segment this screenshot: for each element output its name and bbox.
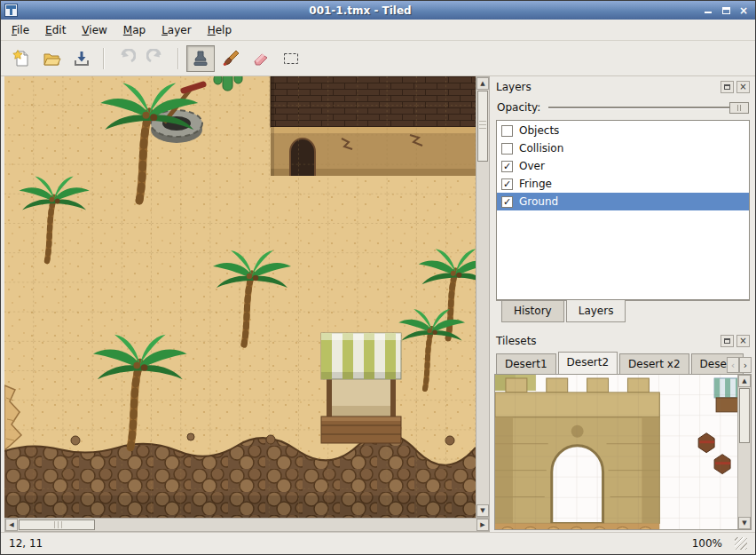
dock-close-button[interactable]: × bbox=[736, 335, 750, 347]
tile-grid bbox=[4, 76, 476, 518]
menu-view[interactable]: View bbox=[74, 20, 114, 40]
layer-row[interactable]: Objects bbox=[497, 122, 749, 139]
cursor-coordinates: 12, 11 bbox=[9, 537, 43, 550]
main-area: ▲ ▼ ◀ ▶ Layers × bbox=[1, 76, 755, 532]
scroll-up-arrow[interactable]: ▲ bbox=[738, 375, 751, 387]
menu-help[interactable]: Help bbox=[200, 20, 240, 40]
close-button[interactable]: × bbox=[736, 4, 752, 18]
undo-arrow-icon bbox=[116, 49, 136, 68]
tab-scroll-next[interactable]: › bbox=[739, 357, 752, 373]
layer-visibility-checkbox[interactable]: ✓ bbox=[501, 161, 513, 172]
open-map-button[interactable] bbox=[37, 45, 66, 72]
maximize-button[interactable] bbox=[718, 4, 734, 18]
dock-float-button[interactable] bbox=[721, 81, 734, 93]
layer-list: Objects Collision ✓ Over ✓ Fringe bbox=[496, 120, 750, 300]
redo-button[interactable] bbox=[142, 45, 170, 72]
app-icon bbox=[4, 4, 18, 17]
tab-desert2[interactable]: Desert2 bbox=[558, 352, 618, 374]
tab-desert-x2[interactable]: Desert x2 bbox=[619, 353, 689, 374]
dock-close-button[interactable]: × bbox=[736, 81, 750, 93]
eraser-icon bbox=[251, 49, 271, 68]
slider-handle[interactable] bbox=[729, 102, 749, 114]
map-view: ▲ ▼ ◀ ▶ bbox=[1, 76, 490, 532]
scroll-track[interactable] bbox=[96, 519, 476, 531]
undo-button[interactable] bbox=[112, 45, 140, 72]
new-map-button[interactable] bbox=[7, 45, 35, 72]
layers-dock-header[interactable]: Layers × bbox=[494, 78, 752, 96]
menu-layer[interactable]: Layer bbox=[154, 20, 199, 40]
slider-track[interactable] bbox=[548, 107, 749, 109]
tab-scroll-prev[interactable]: ‹ bbox=[727, 357, 739, 373]
layer-row[interactable]: ✓ Fringe bbox=[497, 175, 749, 193]
layer-label: Over bbox=[519, 160, 545, 172]
layer-label: Ground bbox=[519, 195, 558, 208]
scroll-right-arrow[interactable]: ▶ bbox=[476, 519, 489, 531]
layer-label: Objects bbox=[519, 124, 559, 137]
float-icon bbox=[724, 84, 730, 90]
tileset-vertical-scrollbar[interactable]: ▲ ▼ bbox=[737, 375, 751, 529]
tileset-image[interactable] bbox=[495, 375, 737, 529]
layer-visibility-checkbox[interactable]: ✓ bbox=[501, 178, 513, 190]
tab-desert1[interactable]: Desert1 bbox=[496, 353, 556, 374]
menu-file[interactable]: File bbox=[4, 20, 37, 40]
minimize-icon bbox=[705, 7, 712, 13]
tab-layers[interactable]: Layers bbox=[566, 300, 626, 322]
app-window: 001-1.tmx - Tiled × File Edit View Map L… bbox=[0, 0, 756, 555]
layer-visibility-checkbox[interactable] bbox=[501, 143, 513, 155]
vertical-scroll-thumb[interactable] bbox=[739, 388, 750, 443]
layers-dock-title: Layers bbox=[496, 81, 718, 93]
tileset-tab-bar: Desert1 Desert2 Desert x2 Desert ‹ › bbox=[494, 350, 752, 374]
resize-grip[interactable] bbox=[735, 537, 747, 550]
opacity-label: Opacity: bbox=[497, 101, 540, 114]
float-icon bbox=[724, 338, 730, 344]
zoom-level: 100% bbox=[692, 537, 735, 550]
stamp-icon bbox=[191, 49, 210, 68]
map-horizontal-scrollbar[interactable]: ◀ ▶ bbox=[4, 518, 490, 532]
toolbar-separator bbox=[103, 48, 105, 69]
layer-visibility-checkbox[interactable] bbox=[501, 125, 513, 137]
eraser-button[interactable] bbox=[247, 45, 275, 72]
save-icon bbox=[72, 49, 91, 68]
scroll-up-arrow[interactable]: ▲ bbox=[476, 77, 489, 90]
vertical-scroll-thumb[interactable] bbox=[477, 91, 488, 162]
opacity-slider[interactable] bbox=[548, 100, 749, 115]
scroll-track[interactable] bbox=[476, 163, 489, 504]
scroll-down-arrow[interactable]: ▼ bbox=[738, 517, 751, 529]
dock-panel: Layers × Opacity: Objects bbox=[494, 76, 755, 532]
stamp-brush-button[interactable] bbox=[186, 45, 215, 72]
tilesets-dock-header[interactable]: Tilesets × bbox=[494, 332, 752, 350]
redo-arrow-icon bbox=[146, 49, 166, 68]
layer-visibility-checkbox[interactable]: ✓ bbox=[501, 196, 513, 208]
open-folder-icon bbox=[42, 49, 61, 68]
minimize-button[interactable] bbox=[700, 4, 716, 18]
layer-row[interactable]: ✓ Over bbox=[497, 157, 749, 175]
tileset-image-area[interactable] bbox=[495, 375, 737, 529]
layer-row-selected[interactable]: ✓ Ground bbox=[497, 193, 749, 210]
menu-edit[interactable]: Edit bbox=[37, 20, 74, 40]
scroll-left-arrow[interactable]: ◀ bbox=[5, 519, 18, 531]
scroll-track[interactable] bbox=[738, 444, 751, 517]
map-canvas[interactable] bbox=[4, 76, 476, 518]
layer-label: Fringe bbox=[519, 178, 552, 190]
tab-history[interactable]: History bbox=[501, 301, 564, 322]
layer-row[interactable]: Collision bbox=[497, 139, 749, 157]
titlebar[interactable]: 001-1.tmx - Tiled × bbox=[1, 1, 755, 20]
dock-tab-bar: History Layers bbox=[496, 300, 750, 325]
menubar: File Edit View Map Layer Help bbox=[1, 20, 755, 41]
save-map-button[interactable] bbox=[67, 45, 96, 72]
bucket-fill-button[interactable] bbox=[217, 45, 245, 72]
paintbrush-icon bbox=[221, 49, 240, 68]
tileset-view: ▲ ▼ bbox=[494, 374, 752, 530]
market-stall bbox=[321, 333, 401, 443]
map-vertical-scrollbar[interactable]: ▲ ▼ bbox=[476, 76, 490, 518]
menu-map[interactable]: Map bbox=[115, 20, 154, 40]
rect-select-button[interactable] bbox=[277, 45, 305, 72]
scroll-down-arrow[interactable]: ▼ bbox=[476, 504, 489, 517]
dock-float-button[interactable] bbox=[721, 335, 734, 347]
toolbar bbox=[1, 41, 755, 76]
statusbar: 12, 11 100% bbox=[1, 532, 755, 554]
horizontal-scroll-thumb[interactable] bbox=[19, 519, 95, 530]
window-title: 001-1.tmx - Tiled bbox=[22, 4, 698, 17]
layer-label: Collision bbox=[519, 142, 563, 155]
toolbar-separator bbox=[177, 48, 179, 69]
